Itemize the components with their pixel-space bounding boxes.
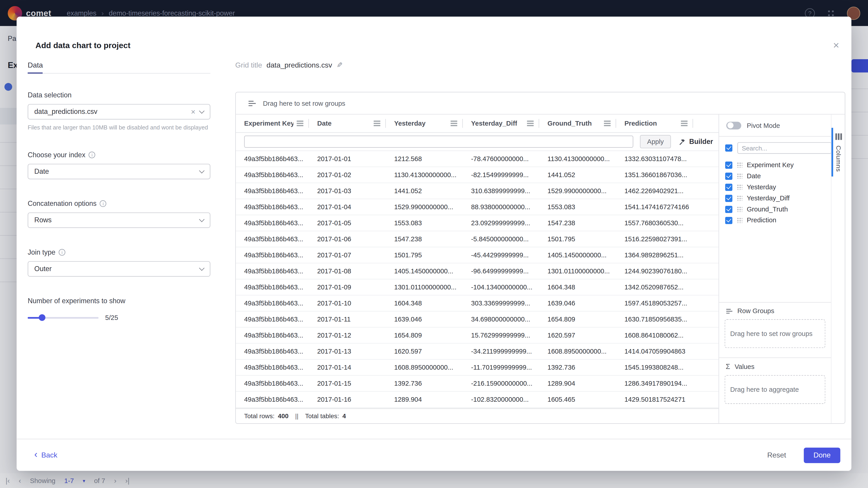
apply-button[interactable]: Apply	[640, 135, 671, 149]
table-row[interactable]: 49a3f5bb186b463...2017-01-101604.348303.…	[236, 295, 719, 312]
index-value: Date	[34, 168, 195, 175]
table-cell: 2017-01-04	[309, 203, 386, 211]
experiments-slider[interactable]	[28, 317, 98, 318]
table-row[interactable]: 49a3f5bb186b463...2017-01-031441.052310.…	[236, 183, 719, 199]
table-cell: 88.938000000000...	[463, 203, 539, 211]
modal-footer: ‹ Back Reset Done	[17, 439, 851, 471]
slider-knob[interactable]	[39, 314, 45, 321]
checkbox-checked-icon[interactable]	[725, 195, 733, 202]
column-toggle-ground-truth[interactable]: Ground_Truth	[725, 203, 831, 215]
done-button[interactable]: Done	[804, 447, 840, 463]
reset-button[interactable]: Reset	[764, 450, 789, 460]
drag-handle-icon[interactable]	[737, 206, 742, 212]
column-header-prediction[interactable]: Prediction	[616, 115, 693, 132]
filter-row: Apply Builder	[236, 133, 719, 151]
pivot-mode-row: Pivot Mode	[719, 115, 831, 137]
drag-handle-icon[interactable]	[737, 195, 742, 201]
column-header-yesterday-diff[interactable]: Yesterday_Diff	[463, 115, 539, 132]
table-cell: 2017-01-10	[309, 299, 386, 307]
table-cell: 1557.7680360530...	[616, 219, 693, 227]
table-cell: 303.33699999999...	[463, 299, 539, 307]
checkbox-checked-icon[interactable]	[725, 172, 733, 180]
builder-button[interactable]: Builder	[679, 138, 713, 145]
row-groups-dropzone[interactable]: Drag here to set row groups	[725, 319, 826, 348]
close-icon[interactable]: ×	[833, 40, 839, 51]
table-cell: 1608.8950000000...	[539, 348, 616, 355]
columns-search-input[interactable]	[737, 142, 831, 154]
table-row[interactable]: 49a3f5bb186b463...2017-01-151392.736-216…	[236, 376, 719, 392]
column-menu-icon[interactable]	[681, 123, 687, 124]
back-button[interactable]: ‹ Back	[34, 451, 57, 459]
values-dropzone[interactable]: Drag here to aggregate	[725, 375, 826, 404]
table-cell: 1516.22598027391...	[616, 235, 693, 243]
total-tables-value: 4	[342, 413, 346, 419]
back-label: Back	[41, 451, 57, 459]
column-menu-icon[interactable]	[374, 123, 380, 124]
column-menu-icon[interactable]	[451, 123, 457, 124]
data-selection-select[interactable]: data_predictions.csv ×	[28, 104, 210, 120]
table-cell: -96.64999999999...	[463, 267, 539, 275]
checkbox-checked-icon[interactable]	[725, 184, 733, 191]
columns-tab[interactable]: Columns	[835, 145, 842, 172]
row-group-dropzone-bar[interactable]: Drag here to set row groups	[236, 92, 845, 115]
clear-icon[interactable]: ×	[191, 108, 195, 116]
drag-handle-icon[interactable]	[737, 217, 742, 223]
filter-input[interactable]	[244, 135, 633, 148]
grid-title-value: data_predictions.csv	[267, 61, 332, 69]
table-row[interactable]: 49a3f5bb186b463...2017-01-021130.4130000…	[236, 167, 719, 183]
concatenation-value: Rows	[34, 217, 195, 224]
table-row[interactable]: 49a3f5bb186b463...2017-01-081405.1450000…	[236, 263, 719, 280]
total-tables-label: Total tables:	[305, 413, 339, 419]
checkbox-checked-icon[interactable]	[725, 205, 733, 213]
column-header-yesterday[interactable]: Yesterday	[386, 115, 463, 132]
column-header-ground-truth[interactable]: Ground_Truth	[539, 115, 616, 132]
column-toggle-yesterday[interactable]: Yesterday	[725, 182, 831, 193]
checkbox-checked-icon[interactable]	[725, 217, 733, 224]
column-menu-icon[interactable]	[297, 123, 303, 124]
table-row[interactable]: 49a3f5bb186b463...2017-01-091301.0110000…	[236, 280, 719, 295]
table-row[interactable]: 49a3f5bb186b463...2017-01-071501.795-45.…	[236, 248, 719, 263]
modal-title: Add data chart to project	[35, 41, 130, 50]
pivot-mode-toggle[interactable]	[726, 122, 741, 129]
column-menu-icon[interactable]	[527, 123, 533, 124]
checkbox-checked-icon[interactable]	[725, 161, 733, 168]
table-row[interactable]: 49a3f5bb186b463...2017-01-041529.9900000…	[236, 199, 719, 215]
table-row[interactable]: 49a3f5bb186b463...2017-01-161289.904-102…	[236, 392, 719, 408]
concatenation-select[interactable]: Rows	[28, 213, 210, 228]
column-header-date[interactable]: Date	[309, 115, 386, 132]
column-toggle-prediction[interactable]: Prediction	[725, 215, 831, 226]
table-cell: 2017-01-05	[309, 219, 386, 227]
table-row[interactable]: 49a3f5bb186b463...2017-01-121654.80915.7…	[236, 328, 719, 344]
column-toggle-yesterday-diff[interactable]: Yesterday_Diff	[725, 193, 831, 203]
table-row[interactable]: 49a3f5bb186b463...2017-01-061547.238-5.8…	[236, 231, 719, 248]
table-cell: -45.44299999999...	[463, 251, 539, 259]
table-cell: 1605.465	[539, 396, 616, 403]
table-row[interactable]: 49a3f5bb186b463...2017-01-131620.597-34.…	[236, 344, 719, 360]
table-row[interactable]: 49a3f5bb186b463...2017-01-011212.568-78.…	[236, 151, 719, 167]
grid-title-row: Grid title data_predictions.csv ✎	[235, 59, 845, 70]
drag-handle-icon[interactable]	[737, 173, 742, 179]
column-toggle-experiment-key[interactable]: Experiment Key	[725, 159, 831, 170]
table-cell: 1405.1450000000...	[386, 267, 463, 275]
tab-data[interactable]: Data	[28, 61, 43, 73]
index-select[interactable]: Date	[28, 164, 210, 180]
column-menu-icon[interactable]	[604, 123, 611, 124]
drag-handle-icon[interactable]	[737, 162, 742, 168]
table-row[interactable]: 49a3f5bb186b463...2017-01-141608.8950000…	[236, 360, 719, 376]
data-selection-label: Data selection	[28, 91, 210, 99]
table-cell: 1289.904	[539, 380, 616, 387]
column-header-experiment-key[interactable]: Experiment Key	[236, 115, 309, 132]
column-item-label: Yesterday	[747, 183, 776, 191]
concatenation-label: Concatenation options i	[28, 200, 210, 207]
select-all-checkbox[interactable]	[725, 144, 733, 152]
table-row[interactable]: 49a3f5bb186b463...2017-01-051553.08323.0…	[236, 215, 719, 231]
table-cell: 1639.046	[386, 315, 463, 323]
edit-icon[interactable]: ✎	[337, 61, 343, 69]
join-type-select[interactable]: Outer	[28, 261, 210, 277]
drag-handle-icon[interactable]	[737, 184, 742, 190]
column-item-label: Experiment Key	[747, 161, 794, 169]
column-toggle-date[interactable]: Date	[725, 170, 831, 182]
table-cell: 23.092999999999...	[463, 219, 539, 227]
table-cell: 1654.809	[539, 315, 616, 323]
table-row[interactable]: 49a3f5bb186b463...2017-01-111639.04634.6…	[236, 312, 719, 328]
